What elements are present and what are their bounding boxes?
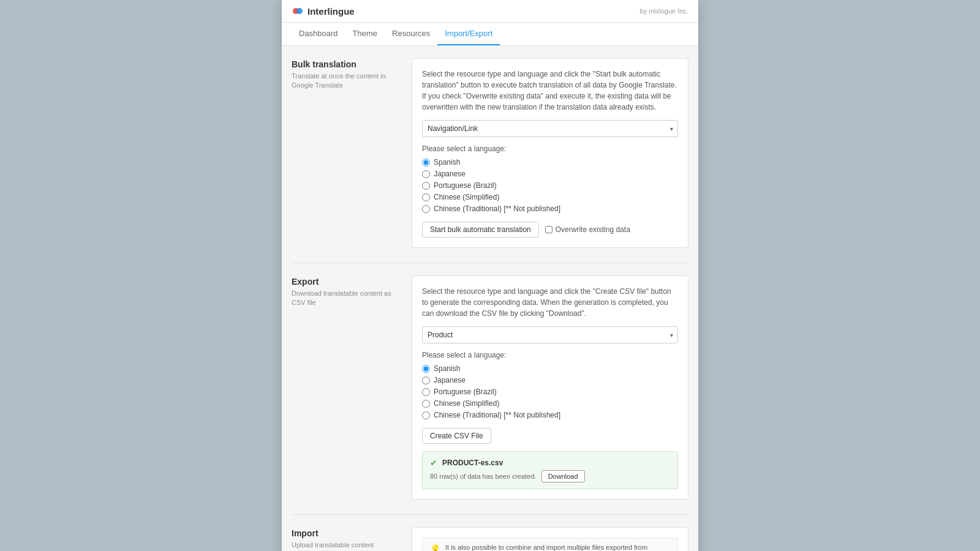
bulk-action-row: Start bulk automatic translation Overwri… (422, 222, 678, 238)
export-success-icon: ✔ (430, 458, 437, 468)
export-section: Export Download translatable content as … (292, 276, 688, 500)
export-card: Select the resource type and language an… (412, 276, 688, 500)
export-lang-spanish[interactable]: Spanish (422, 364, 678, 373)
divider-2 (292, 514, 688, 515)
bulk-desc-text: Select the resource type and language an… (422, 69, 678, 113)
export-lang-label: Please select a language: (422, 351, 678, 359)
section-left-bulk: Bulk translation Translate at once the c… (292, 58, 402, 248)
overwrite-checkbox-label[interactable]: Overwrite existing data (545, 225, 630, 234)
logo-icon (292, 5, 304, 17)
info-icon: 💡 (430, 544, 440, 551)
nav-dashboard[interactable]: Dashboard (292, 23, 345, 45)
bulk-translation-title: Bulk translation (292, 59, 402, 69)
overwrite-checkbox[interactable] (545, 226, 552, 233)
main-content: Bulk translation Translate at once the c… (282, 46, 698, 551)
header: Interlingue by mixlogue Inc. (282, 0, 698, 23)
logo-text: Interlingue (307, 6, 355, 17)
nav-theme[interactable]: Theme (345, 23, 385, 45)
import-card: 💡 It is also possible to combine and imp… (412, 527, 688, 551)
export-lang-japanese[interactable]: Japanese (422, 376, 678, 384)
bulk-translation-card: Select the resource type and language an… (412, 58, 688, 248)
bulk-lang-label: Please select a language: (422, 144, 678, 153)
export-success-msg: 80 row(s) of data has been created. Down… (430, 470, 670, 482)
export-resource-select-wrapper: Navigation/Link Product Collection Blog … (422, 326, 678, 343)
bulk-translation-section: Bulk translation Translate at once the c… (292, 58, 688, 248)
section-left-export: Export Download translatable content as … (292, 276, 402, 500)
import-section: Import Upload translatable content 💡 It … (292, 527, 688, 551)
download-button[interactable]: Download (541, 470, 585, 482)
nav-import-export[interactable]: Import/Export (437, 23, 500, 45)
bulk-lang-chinese-traditional[interactable]: Chinese (Traditional) [** Not published] (422, 204, 678, 213)
bulk-lang-japanese[interactable]: Japanese (422, 170, 678, 178)
export-lang-chinese-simplified[interactable]: Chinese (Simplified) (422, 399, 678, 408)
app-container: Interlingue by mixlogue Inc. Dashboard T… (282, 0, 698, 551)
bulk-translation-desc: Translate at once the content in Google … (292, 72, 402, 91)
export-radio-group: Spanish Japanese Portuguese (Brazil) Chi… (422, 364, 678, 419)
import-title: Import (292, 528, 402, 538)
logo: Interlingue (292, 5, 355, 17)
export-success-filename: PRODUCT-es.csv (442, 459, 503, 467)
header-byline: by mixlogue Inc. (640, 7, 688, 15)
bulk-lang-portuguese[interactable]: Portuguese (Brazil) (422, 181, 678, 190)
nav-resources[interactable]: Resources (385, 23, 437, 45)
import-desc: Upload translatable content (292, 541, 402, 550)
bulk-lang-chinese-simplified[interactable]: Chinese (Simplified) (422, 193, 678, 201)
export-title: Export (292, 277, 402, 287)
svg-point-1 (296, 8, 303, 14)
divider-1 (292, 263, 688, 263)
export-desc: Download translatable content as CSV fil… (292, 289, 402, 308)
bulk-lang-spanish[interactable]: Spanish (422, 158, 678, 167)
export-lang-portuguese[interactable]: Portuguese (Brazil) (422, 388, 678, 396)
bulk-resource-select[interactable]: Navigation/Link Product Collection Blog … (422, 120, 678, 137)
bulk-radio-group: Spanish Japanese Portuguese (Brazil) Chi… (422, 158, 678, 213)
main-nav: Dashboard Theme Resources Import/Export (282, 23, 698, 46)
import-info-banner: 💡 It is also possible to combine and imp… (422, 538, 678, 551)
start-bulk-translation-button[interactable]: Start bulk automatic translation (422, 222, 539, 238)
export-success-row: ✔ PRODUCT-es.csv 80 row(s) of data has b… (422, 451, 678, 489)
export-resource-select[interactable]: Navigation/Link Product Collection Blog … (422, 326, 678, 343)
section-left-import: Import Upload translatable content (292, 527, 402, 551)
export-lang-chinese-traditional[interactable]: Chinese (Traditional) [** Not published] (422, 411, 678, 419)
create-csv-button[interactable]: Create CSV File (422, 428, 491, 444)
bulk-resource-select-wrapper: Navigation/Link Product Collection Blog … (422, 120, 678, 137)
export-desc-text: Select the resource type and language an… (422, 286, 678, 319)
export-success-header: ✔ PRODUCT-es.csv (430, 458, 670, 468)
